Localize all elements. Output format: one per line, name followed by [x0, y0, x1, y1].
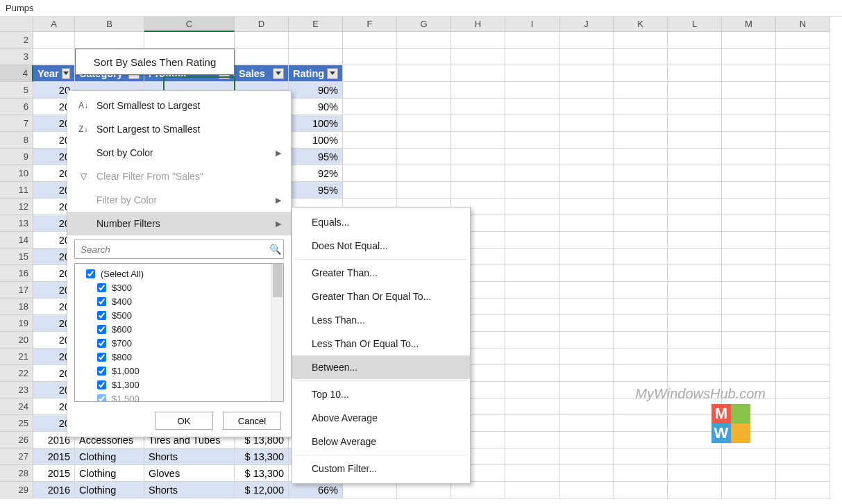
- row-header[interactable]: 11: [0, 182, 33, 199]
- cell-product[interactable]: Gloves: [144, 465, 235, 482]
- cell[interactable]: [505, 482, 559, 498]
- cell[interactable]: [722, 115, 776, 132]
- cell-category[interactable]: Clothing: [75, 482, 144, 498]
- cell[interactable]: [722, 332, 776, 348]
- cell[interactable]: [776, 232, 830, 249]
- row-header[interactable]: 3: [0, 49, 33, 65]
- cell[interactable]: [505, 448, 559, 465]
- cell[interactable]: [451, 182, 505, 199]
- row-header[interactable]: 26: [0, 432, 33, 448]
- cell[interactable]: [614, 182, 668, 199]
- cell-product[interactable]: Shorts: [144, 482, 235, 498]
- cell[interactable]: [776, 82, 830, 99]
- cell[interactable]: [289, 32, 343, 49]
- nf-custom[interactable]: Custom Filter...: [292, 457, 470, 480]
- filter-value-item[interactable]: $700: [78, 336, 280, 350]
- cell[interactable]: [343, 65, 397, 82]
- cell[interactable]: [451, 482, 505, 498]
- cell-rating[interactable]: 90%: [289, 82, 343, 99]
- cell[interactable]: [776, 249, 830, 265]
- sort-by-color[interactable]: Sort by Color ▶: [67, 141, 291, 165]
- header-year[interactable]: Year: [33, 65, 75, 82]
- cell[interactable]: [343, 99, 397, 115]
- filter-value-item[interactable]: $800: [78, 350, 280, 364]
- cell[interactable]: [776, 432, 830, 448]
- col-N[interactable]: N: [776, 17, 830, 32]
- cell[interactable]: [668, 115, 722, 132]
- cell[interactable]: [505, 182, 559, 199]
- cell[interactable]: [722, 149, 776, 165]
- cell[interactable]: [505, 149, 559, 165]
- cell[interactable]: [451, 82, 505, 99]
- cell[interactable]: [722, 249, 776, 265]
- cell[interactable]: [505, 32, 559, 49]
- row-header[interactable]: 20: [0, 332, 33, 348]
- cell[interactable]: [776, 465, 830, 482]
- cell[interactable]: [505, 132, 559, 149]
- cell[interactable]: [668, 348, 722, 365]
- cell[interactable]: [668, 165, 722, 182]
- nf-top10[interactable]: Top 10...: [292, 383, 470, 406]
- cell[interactable]: [614, 132, 668, 149]
- cell[interactable]: [776, 332, 830, 348]
- cell[interactable]: [614, 32, 668, 49]
- col-C[interactable]: C: [144, 17, 235, 32]
- cell[interactable]: [722, 132, 776, 149]
- cell[interactable]: [343, 182, 397, 199]
- nf-above-avg[interactable]: Above Average: [292, 406, 470, 430]
- filter-dropdown-icon[interactable]: [273, 68, 284, 79]
- cell[interactable]: [668, 465, 722, 482]
- checkbox[interactable]: [97, 380, 106, 389]
- cell[interactable]: [668, 82, 722, 99]
- cell[interactable]: [505, 199, 559, 215]
- cell[interactable]: [33, 32, 75, 49]
- cell-rating[interactable]: 100%: [289, 132, 343, 149]
- cell[interactable]: [559, 398, 614, 415]
- cell[interactable]: [722, 32, 776, 49]
- cell[interactable]: [722, 348, 776, 365]
- row-header[interactable]: 27: [0, 448, 33, 465]
- row-header[interactable]: 15: [0, 249, 33, 265]
- row-header[interactable]: 22: [0, 365, 33, 382]
- nf-between[interactable]: Between...: [292, 355, 470, 379]
- cell[interactable]: [668, 182, 722, 199]
- checkbox[interactable]: [97, 339, 106, 348]
- cell[interactable]: [505, 215, 559, 232]
- cell[interactable]: [722, 49, 776, 65]
- cell[interactable]: [614, 249, 668, 265]
- cell[interactable]: [397, 49, 451, 65]
- cell[interactable]: [559, 232, 614, 249]
- row-header[interactable]: 2: [0, 32, 33, 49]
- row-header[interactable]: 16: [0, 265, 33, 282]
- row-header[interactable]: 29: [0, 482, 33, 498]
- row-header[interactable]: 9: [0, 149, 33, 165]
- cell[interactable]: [614, 165, 668, 182]
- scrollbar-thumb[interactable]: [273, 264, 283, 297]
- cell[interactable]: [614, 315, 668, 332]
- cell[interactable]: [559, 65, 614, 82]
- cell[interactable]: [614, 448, 668, 465]
- cell-rating[interactable]: 92%: [289, 165, 343, 182]
- cell[interactable]: [614, 332, 668, 348]
- cell[interactable]: [722, 199, 776, 215]
- cell[interactable]: [397, 132, 451, 149]
- cell[interactable]: [559, 432, 614, 448]
- cell[interactable]: [559, 382, 614, 398]
- cell-rating[interactable]: 95%: [289, 149, 343, 165]
- cell[interactable]: [668, 315, 722, 332]
- cell[interactable]: [505, 232, 559, 249]
- cell[interactable]: [559, 32, 614, 49]
- nf-less[interactable]: Less Than...: [292, 308, 470, 332]
- cell[interactable]: [505, 99, 559, 115]
- cell[interactable]: [505, 49, 559, 65]
- cell[interactable]: [776, 199, 830, 215]
- cell[interactable]: [505, 398, 559, 415]
- row-header[interactable]: 23: [0, 382, 33, 398]
- checkbox[interactable]: [97, 311, 106, 320]
- cell[interactable]: [343, 149, 397, 165]
- cell[interactable]: [451, 32, 505, 49]
- cell[interactable]: [776, 49, 830, 65]
- cell[interactable]: [668, 332, 722, 348]
- cell[interactable]: [668, 265, 722, 282]
- cell-product[interactable]: Shorts: [144, 448, 235, 465]
